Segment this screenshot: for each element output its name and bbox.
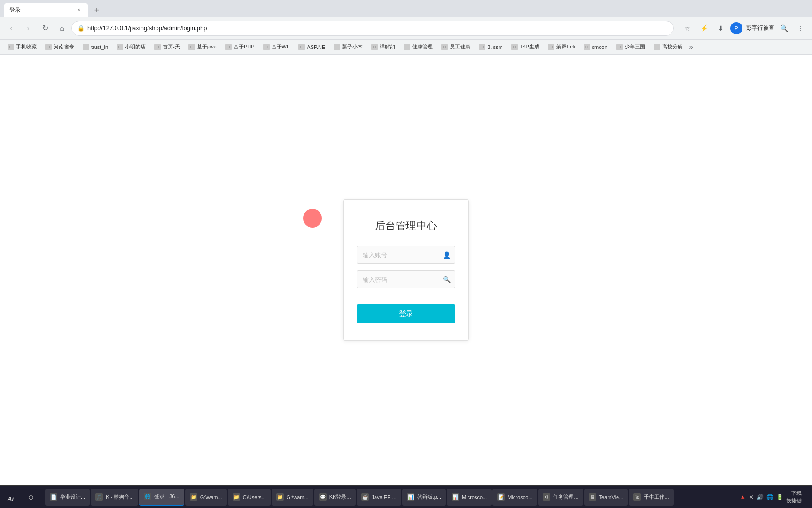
address-bar-container[interactable]: 🔒 (71, 21, 674, 36)
taskbar-item-kk[interactable]: 💬 KK登录... (314, 489, 356, 506)
address-bar-input[interactable] (87, 24, 668, 32)
taskbar-item-microsco1[interactable]: 📊 Microsco... (447, 489, 492, 506)
taskbar-item-teamviewer[interactable]: 🖥 TeamVie... (584, 489, 628, 506)
taskbar-item-label-folder3: G:\wam... (287, 494, 309, 500)
taskbar-item-dabianban[interactable]: 📊 答辩板.p... (402, 489, 446, 506)
bookmark-label: 详解如 (380, 43, 395, 50)
tray-icon-network[interactable]: 🌐 (766, 494, 773, 500)
toolbar: ‹ › ↻ ⌂ 🔒 ☆ ⚡ ⬇ P 彭字行被查 🔍 ⋮ (0, 17, 812, 40)
download-button[interactable]: ⬇ (713, 21, 728, 36)
bookmark-item-piaozi[interactable]: □ 瓢子小木 (330, 41, 367, 53)
profile-avatar[interactable]: P (730, 22, 742, 34)
taskbar-item-folder1[interactable]: 📁 G:\wam... (185, 489, 227, 506)
bookmark-item-php[interactable]: □ 基于PHP (221, 41, 258, 53)
bookmark-item-aspne[interactable]: □ ASP.NE (295, 41, 329, 53)
bookmark-icon-sanguo: □ (616, 44, 623, 50)
taskbar-item-label-login: 登录 - 36... (154, 493, 179, 500)
bookmark-icon-trust: □ (83, 44, 89, 50)
bookmark-item-mobile[interactable]: □ 手机收藏 (4, 41, 40, 53)
bookmark-label: 高校分解 (662, 43, 683, 50)
taskbar-item-label-taskmanager: 任务管理... (553, 493, 578, 500)
new-tab-button[interactable]: + (90, 4, 103, 17)
bookmark-item-ssm[interactable]: □ 3. ssm (475, 41, 506, 53)
bookmark-icon-health: □ (404, 44, 410, 50)
extensions-button[interactable]: ⚡ (696, 21, 711, 36)
bookmarks-more-button[interactable]: » (687, 43, 695, 51)
taskbar-item-label-folder2: C\Users... (243, 494, 266, 500)
bookmark-label: 瓢子小木 (342, 43, 363, 50)
tab-close-button[interactable]: × (75, 6, 83, 14)
taskbar-item-login[interactable]: 🌐 登录 - 36... (139, 489, 184, 506)
bookmark-label: trust_in (91, 44, 108, 50)
tray-icon-sound[interactable]: 🔊 (757, 494, 764, 500)
bookmark-icon-we: □ (263, 44, 270, 50)
bookmark-label: 首页-天 (163, 43, 180, 50)
bookmark-item-jsp[interactable]: □ JSP生成 (508, 41, 543, 53)
taskbar-search-button[interactable]: ⊙ (23, 489, 39, 506)
tray-icon-arrow[interactable]: 🔺 (739, 494, 746, 500)
password-search-icon: 🔍 (443, 276, 451, 283)
taskbar-item-javaee[interactable]: ☕ Java EE ... (357, 489, 401, 506)
bookmark-item-ecli[interactable]: □ 解释Ecli (544, 41, 579, 53)
bookmark-icon-henan: □ (45, 44, 52, 50)
bookmark-item-sanguo[interactable]: □ 少年三国 (612, 41, 649, 53)
taskbar-item-folder2[interactable]: 📁 C\Users... (228, 489, 271, 506)
taskbar-item-folder3[interactable]: 📁 G:\wam... (272, 489, 313, 506)
bookmark-icon-ssm: □ (479, 44, 485, 50)
taskbar-item-icon-kk: 💬 (319, 493, 327, 501)
bookmark-label: 解释Ecli (556, 43, 575, 50)
bookmark-icon-aspne: □ (298, 44, 305, 50)
bookmark-item-smoon[interactable]: □ smoon (580, 41, 611, 53)
bookmark-label: 员工健康 (450, 43, 470, 50)
taskbar-item-kugou[interactable]: 🎵 K - 酷狗音... (91, 489, 138, 506)
show-desktop-button[interactable] (804, 489, 808, 506)
bookmark-icon-ecli: □ (548, 44, 554, 50)
tab-bar: 登录 × + (0, 0, 812, 17)
taskbar-time: 下载 (786, 490, 802, 497)
taskbar-right: 🔺 ✕ 🔊 🌐 🔋 下载 快捷键 (739, 489, 808, 506)
taskbar-item-graduation[interactable]: 📄 毕业设计... (45, 489, 90, 506)
bookmark-icon-smoon: □ (584, 44, 590, 50)
login-card: 后台管理中心 👤 🔍 登录 (343, 199, 469, 341)
bookmark-label: 基于PHP (234, 43, 255, 50)
tray-icon-close[interactable]: ✕ (749, 494, 754, 500)
bookmark-label: 小明的店 (125, 43, 146, 50)
home-button[interactable]: ⌂ (55, 21, 70, 36)
taskbar-item-label-microsco2: Microsco... (508, 494, 532, 500)
username-input[interactable] (357, 246, 455, 264)
bookmark-icon-xiangjie: □ (371, 44, 378, 50)
bookmark-item-xiangjie[interactable]: □ 详解如 (367, 41, 399, 53)
bookmark-item-henan[interactable]: □ 河南省专 (41, 41, 78, 53)
refresh-button[interactable]: ↻ (38, 21, 53, 36)
bookmark-icon-piaozi: □ (334, 44, 340, 50)
forward-button[interactable]: › (21, 21, 36, 36)
search-toolbar-button[interactable]: 🔍 (776, 21, 791, 36)
bookmark-item-home[interactable]: □ 首页-天 (150, 41, 184, 53)
taskbar-item-label-graduation: 毕业设计... (60, 493, 85, 500)
bookmark-item-employee[interactable]: □ 员工健康 (437, 41, 474, 53)
page-content: 后台管理中心 👤 🔍 登录 (0, 55, 812, 485)
tray-icon-battery[interactable]: 🔋 (776, 494, 783, 500)
ssl-lock-icon: 🔒 (78, 25, 85, 32)
taskbar-item-icon-kugou: 🎵 (95, 493, 103, 501)
taskbar-item-icon-microsco2: 📝 (497, 493, 505, 501)
bookmark-icon-jsp: □ (511, 44, 518, 50)
taskbar-item-qianniu[interactable]: 🛍 千牛工作... (629, 489, 673, 506)
password-input[interactable] (357, 270, 455, 288)
login-button[interactable]: 登录 (357, 304, 455, 323)
taskbar-item-microsco2[interactable]: 📝 Microsco... (492, 489, 537, 506)
bookmark-label: 手机收藏 (16, 43, 37, 50)
taskbar-item-taskmanager[interactable]: ⚙ 任务管理... (538, 489, 583, 506)
menu-button[interactable]: ⋮ (793, 21, 808, 36)
bookmark-item-shop[interactable]: □ 小明的店 (113, 41, 149, 53)
bookmark-label: 基于WE (272, 43, 290, 50)
bookmark-star-button[interactable]: ☆ (679, 21, 695, 36)
bookmark-item-we[interactable]: □ 基于WE (259, 41, 294, 53)
bookmark-item-health[interactable]: □ 健康管理 (400, 41, 437, 53)
bookmark-item-gaoxiao[interactable]: □ 高校分解 (650, 41, 687, 53)
bookmark-item-java[interactable]: □ 基于java (185, 41, 220, 53)
active-tab[interactable]: 登录 × (4, 3, 88, 17)
bookmark-label: smoon (592, 44, 608, 50)
bookmark-item-trust[interactable]: □ trust_in (79, 41, 112, 53)
back-button[interactable]: ‹ (4, 21, 19, 36)
